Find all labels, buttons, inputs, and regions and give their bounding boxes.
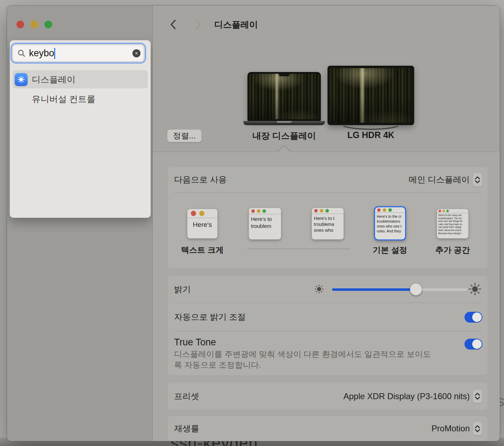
laptop-notch [279,73,289,76]
refresh-rate-value: ProMotion [432,424,470,433]
scaling-option-2[interactable]: Here's to troublem [249,208,281,239]
brightness-high-icon [468,282,482,297]
brightness-slider-knob[interactable] [410,283,422,295]
laptop-base [243,121,325,125]
zoom-button[interactable] [44,21,52,28]
clear-search-icon[interactable]: ✕ [132,49,141,57]
selected-display-caret [278,146,290,152]
minimize-button[interactable] [30,21,38,28]
preset-row: 프리셋 Apple XDR Display (P3-1600 nits) [168,383,488,410]
auto-brightness-row: 자동으로 밝기 조절 [168,303,488,331]
brightness-slider-track[interactable] [332,288,467,291]
refresh-rate-row: 재생률 ProMotion [168,416,488,441]
refresh-rate-label: 재생률 [174,423,199,434]
true-tone-description: 디스플레이를 주변광에 맞춰 색상이 다른 환경에서도 일관적으로 보이도록 자… [174,349,438,371]
brightness-slider [311,276,482,303]
brightness-slider-fill [332,288,416,291]
preset-value: Apple XDR Display (P3-1600 nits) [344,391,470,401]
scaling-option-default-selected[interactable]: Here's to the cr troublemakers. ones who… [374,206,406,240]
search-results-popover: ✕ 디스플레이 [10,40,151,218]
external-display-thumbnail[interactable] [327,66,414,125]
brightness-card: 밝기 [168,276,488,375]
text-cursor [54,48,55,59]
header-area: 디스플레이 내장 디스플레이 LG HDR 4K 정렬... [153,6,500,152]
use-as-value: 메인 디스플레이 [409,174,470,185]
scaling-divider-line [247,249,350,249]
auto-brightness-label: 자동으로 밝기 조절 [174,311,246,323]
true-tone-label: True Tone [174,337,216,348]
scaling-label-more-space: 추가 공간 [425,245,481,256]
refresh-rate-card: 재생률 ProMotion [168,416,488,441]
scaling-option-3[interactable]: Here's to t troublema ones who [312,208,344,239]
use-as-row: 다음으로 사용 메인 디스플레이 [168,167,488,192]
scaling-label-larger-text: 텍스트 크게 [174,245,230,256]
search-field[interactable]: ✕ [13,45,144,62]
brightness-label: 밝기 [174,284,191,295]
search-result-display[interactable]: 디스플레이 [13,70,148,88]
system-settings-window: ✕ 디스플레이 [7,6,500,441]
preset-label: 프리셋 [174,391,199,402]
sidebar: ✕ 디스플레이 [7,6,153,441]
search-result-label: 유니버설 컨트롤 [32,93,95,105]
page-title: 디스플레이 [214,19,258,30]
preset-card: 프리셋 Apple XDR Display (P3-1600 nits) [168,383,488,410]
scaling-option-more-space[interactable]: Here's to the crazy one troublemakers. T… [437,209,468,238]
scaling-option-larger-text[interactable]: Here's [187,209,217,238]
forward-icon[interactable] [194,19,203,30]
search-result-universal-control[interactable]: 유니버설 컨트롤 [13,90,148,108]
brightness-low-icon [315,285,324,295]
builtin-display-thumbnail[interactable] [247,72,321,121]
main-pane: 디스플레이 내장 디스플레이 LG HDR 4K 정렬... [153,6,500,441]
desktop: ssh-keygen s ✕ [0,0,504,446]
close-button[interactable] [16,21,24,28]
preset-stepper-icon[interactable] [473,389,482,403]
scaling-label-default: 기본 설정 [362,245,418,256]
use-as-and-scaling-card: 다음으로 사용 메인 디스플레이 Here's Here's to troubl… [168,167,488,268]
use-as-label: 다음으로 사용 [174,174,227,185]
display-icon [15,73,28,86]
search-input[interactable] [13,45,144,61]
use-as-stepper-icon[interactable] [473,173,482,187]
external-display-label: LG HDR 4K [318,130,423,140]
wallpaper-forest [330,68,412,123]
wallpaper-forest [249,74,319,119]
back-icon[interactable] [169,19,178,30]
auto-brightness-toggle[interactable] [465,312,482,323]
refresh-rate-stepper-icon[interactable] [473,422,482,436]
search-result-label: 디스플레이 [32,74,75,85]
true-tone-toggle[interactable] [465,339,482,350]
arrange-button[interactable]: 정렬... [167,129,202,142]
